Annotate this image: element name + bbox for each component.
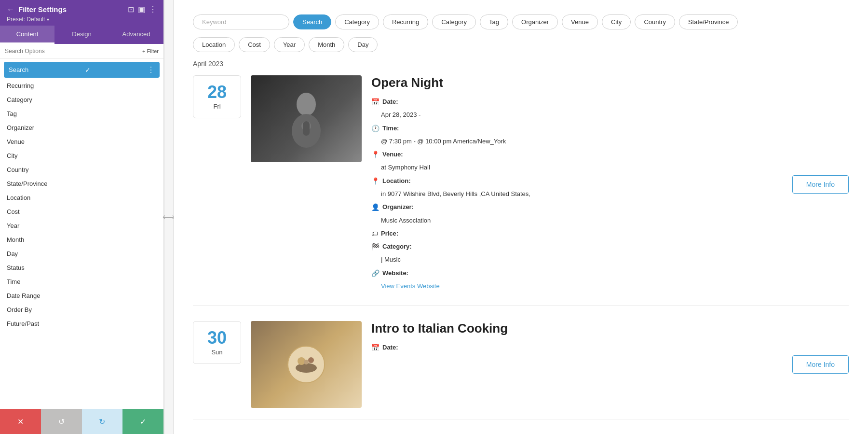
pill-state-province[interactable]: State/Province bbox=[679, 14, 738, 29]
event-image-singer bbox=[251, 75, 362, 162]
filter-item-label: Recurring bbox=[7, 82, 34, 89]
event-card: 30 Sun Intro to Italian Cooking📅Date:Mor… bbox=[193, 321, 849, 420]
pill-search[interactable]: Search bbox=[293, 14, 331, 29]
filter-item-category[interactable]: Category bbox=[0, 93, 163, 107]
pill-keyword[interactable]: Keyword bbox=[193, 14, 289, 29]
filter-item-label: Order By bbox=[7, 306, 32, 313]
tab-advanced[interactable]: Advanced bbox=[109, 26, 163, 44]
pill-day[interactable]: Day bbox=[348, 37, 378, 52]
venue-value: at Symphony Hall bbox=[381, 162, 783, 173]
date-value: Apr 28, 2023 - bbox=[381, 109, 783, 120]
pill-category[interactable]: Category bbox=[335, 14, 379, 29]
svg-point-0 bbox=[297, 93, 316, 116]
event-date-day: Fri bbox=[213, 103, 220, 110]
filter-item-label: Date Range bbox=[7, 292, 40, 299]
panel-icon-grid[interactable]: ⊡ bbox=[128, 5, 134, 14]
event-meta: 📅Date: bbox=[371, 342, 783, 354]
event-title: Opera Night bbox=[371, 75, 783, 90]
filter-item-state-province[interactable]: State/Province bbox=[0, 177, 163, 191]
pill-month[interactable]: Month bbox=[309, 37, 344, 52]
events-container: 28 Fri Opera Night📅Date:Apr 28, 2023 -🕐T… bbox=[193, 75, 849, 420]
filter-item-label: Status bbox=[7, 264, 25, 271]
event-image bbox=[251, 75, 362, 162]
filter-item-label: Day bbox=[7, 250, 18, 257]
reset-button[interactable]: ↺ bbox=[41, 409, 82, 434]
venue-label: Venue: bbox=[382, 149, 403, 160]
pill-country[interactable]: Country bbox=[635, 14, 675, 29]
save-button[interactable]: ✓ bbox=[122, 409, 163, 434]
filter-item-location[interactable]: Location bbox=[0, 191, 163, 205]
preset-row[interactable]: Preset: Default ▾ bbox=[7, 16, 157, 23]
filter-item-organizer[interactable]: Organizer bbox=[0, 121, 163, 135]
filter-item-future-past[interactable]: Future/Past bbox=[0, 317, 163, 331]
search-options-bar: + Filter bbox=[0, 44, 163, 59]
organizer-icon: 👤 bbox=[371, 201, 380, 213]
pill-location[interactable]: Location bbox=[193, 37, 235, 52]
search-options-input[interactable] bbox=[5, 48, 139, 55]
panel-title: Filter Settings bbox=[18, 5, 67, 14]
pill-tag[interactable]: Tag bbox=[480, 14, 508, 29]
filter-item-search[interactable]: Search✓⋮ bbox=[4, 62, 160, 78]
panel-icon-more[interactable]: ⋮ bbox=[149, 5, 157, 14]
filter-item-month[interactable]: Month bbox=[0, 233, 163, 247]
tab-content[interactable]: Content bbox=[0, 26, 54, 44]
filter-item-city[interactable]: City bbox=[0, 149, 163, 163]
filter-item-time[interactable]: Time bbox=[0, 275, 163, 289]
filter-item-label: Future/Past bbox=[7, 320, 39, 327]
filter-item-day[interactable]: Day bbox=[0, 247, 163, 261]
filter-item-year[interactable]: Year bbox=[0, 219, 163, 233]
filter-item-country[interactable]: Country bbox=[0, 163, 163, 177]
month-heading: April 2023 bbox=[193, 60, 849, 68]
filter-add-button[interactable]: + Filter bbox=[142, 48, 159, 54]
filter-item-order-by[interactable]: Order By bbox=[0, 303, 163, 317]
svg-point-8 bbox=[304, 360, 309, 364]
pill-venue[interactable]: Venue bbox=[562, 14, 598, 29]
svg-point-7 bbox=[308, 357, 314, 363]
panel-header: ← Filter Settings ⊡ ▣ ⋮ Preset: Default … bbox=[0, 0, 163, 26]
pill-cost[interactable]: Cost bbox=[239, 37, 270, 52]
pill-recurring[interactable]: Recurring bbox=[383, 14, 428, 29]
filter-item-label: Tag bbox=[7, 110, 17, 117]
event-details: Intro to Italian Cooking📅Date: bbox=[371, 321, 783, 356]
panel-icons: ⊡ ▣ ⋮ bbox=[128, 5, 157, 14]
check-icon: ✓ bbox=[85, 66, 91, 74]
event-date-box: 30 Sun bbox=[193, 321, 241, 364]
website-link[interactable]: View Events Website bbox=[381, 282, 440, 290]
tab-design[interactable]: Design bbox=[54, 26, 109, 44]
event-date-box: 28 Fri bbox=[193, 75, 241, 118]
filter-item-venue[interactable]: Venue bbox=[0, 135, 163, 149]
filter-item-tag[interactable]: Tag bbox=[0, 107, 163, 121]
event-date-num: 28 bbox=[207, 84, 227, 101]
main-content: KeywordSearchCategoryRecurringCategoryTa… bbox=[174, 0, 868, 434]
pill-category[interactable]: Category bbox=[432, 14, 476, 29]
filter-item-status[interactable]: Status bbox=[0, 261, 163, 275]
event-image bbox=[251, 321, 362, 408]
filter-item-cost[interactable]: Cost bbox=[0, 205, 163, 219]
website-icon: 🔗 bbox=[371, 267, 380, 280]
price-label: Price: bbox=[381, 228, 398, 239]
filter-item-date-range[interactable]: Date Range bbox=[0, 289, 163, 303]
panel-tabs: Content Design Advanced bbox=[0, 26, 163, 44]
pill-organizer[interactable]: Organizer bbox=[512, 14, 558, 29]
cancel-button[interactable]: ✕ bbox=[0, 409, 41, 434]
left-panel: ← Filter Settings ⊡ ▣ ⋮ Preset: Default … bbox=[0, 0, 164, 434]
filter-item-label: Month bbox=[7, 236, 24, 243]
date-label: Date: bbox=[382, 342, 398, 353]
pill-year[interactable]: Year bbox=[274, 37, 305, 52]
drag-handle[interactable]: ⟷ bbox=[164, 0, 174, 434]
more-options-icon[interactable]: ⋮ bbox=[147, 65, 155, 74]
preset-label: Preset: Default bbox=[7, 16, 45, 23]
website-label: Website: bbox=[382, 267, 408, 279]
clock-icon: 🕐 bbox=[371, 123, 380, 135]
filter-item-recurring[interactable]: Recurring bbox=[0, 79, 163, 93]
venue-icon: 📍 bbox=[371, 149, 380, 161]
preset-caret: ▾ bbox=[47, 17, 49, 22]
category-label: Category: bbox=[382, 241, 412, 252]
svg-rect-3 bbox=[303, 121, 310, 136]
more-info-button[interactable]: More Info bbox=[792, 355, 849, 374]
pill-city[interactable]: City bbox=[602, 14, 631, 29]
panel-icon-columns[interactable]: ▣ bbox=[138, 5, 145, 14]
back-icon[interactable]: ← bbox=[7, 5, 14, 14]
redo-button[interactable]: ↻ bbox=[82, 409, 123, 434]
more-info-button[interactable]: More Info bbox=[792, 175, 849, 194]
